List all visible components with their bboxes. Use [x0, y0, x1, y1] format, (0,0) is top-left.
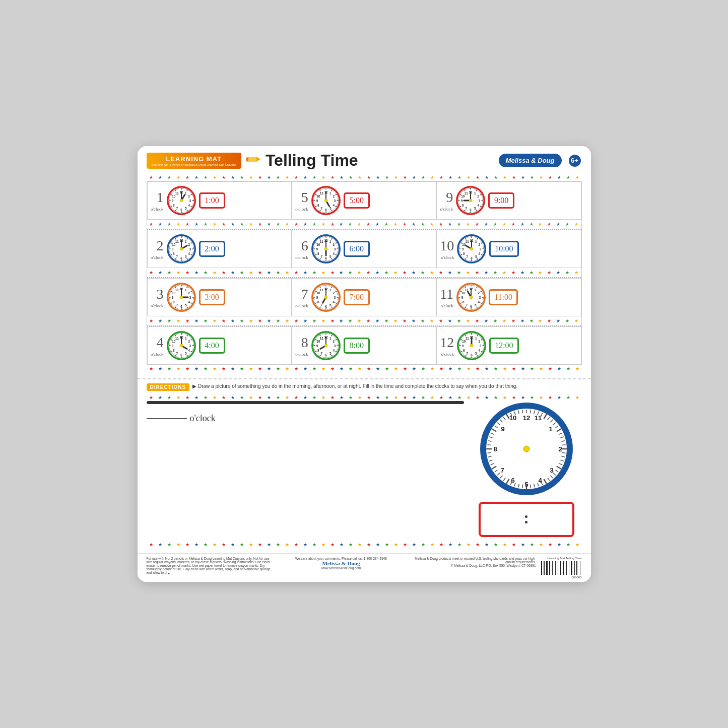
svg-text:1: 1: [329, 191, 332, 195]
cell-number-col: 11o'clock: [440, 286, 453, 308]
bottom-content: o'clock: [147, 401, 582, 537]
svg-text:2: 2: [188, 291, 190, 295]
svg-text:3: 3: [479, 296, 481, 299]
svg-text:10: 10: [462, 340, 466, 343]
svg-text:9: 9: [316, 199, 318, 203]
age-badge: 6+: [568, 154, 582, 168]
svg-line-185: [476, 212, 476, 212]
svg-text:3: 3: [334, 344, 336, 348]
svg-text:5: 5: [329, 303, 332, 307]
svg-text:4: 4: [478, 300, 480, 304]
header: LEARNING MAT Use with No. 2 Pencil or Me…: [147, 151, 582, 170]
svg-line-632: [482, 292, 483, 293]
svg-line-493: [186, 308, 186, 309]
header-right: Melissa & Doug 6+: [499, 154, 582, 168]
svg-text:4: 4: [188, 349, 190, 352]
clock-image: 123456789101112: [311, 331, 341, 360]
cell-number-col: 5o'clock: [295, 189, 308, 212]
svg-line-973: [487, 452, 491, 453]
svg-line-670: [459, 292, 460, 293]
svg-text:11: 11: [319, 191, 323, 195]
time-box: 2:00: [199, 241, 225, 257]
svg-text:10: 10: [461, 291, 466, 295]
svg-text:12: 12: [522, 414, 530, 422]
brand-name: Melissa & Doug: [506, 157, 555, 164]
svg-text:1: 1: [185, 288, 187, 292]
svg-text:1: 1: [475, 240, 477, 243]
svg-line-786: [337, 341, 337, 341]
right-col: 12 1 2 3 4 5 6 7 8 9 10 11: [471, 401, 582, 537]
big-time-box: [479, 502, 574, 537]
svg-point-849: [324, 344, 327, 347]
svg-text:2: 2: [333, 243, 335, 246]
svg-text:8: 8: [173, 204, 175, 207]
cell-number: 12: [440, 335, 454, 351]
svg-text:7: 7: [176, 352, 178, 355]
svg-text:1: 1: [329, 337, 332, 340]
time-box: 4:00: [199, 338, 225, 354]
svg-text:1: 1: [475, 337, 477, 340]
svg-text:8: 8: [173, 300, 175, 304]
svg-point-156: [324, 199, 327, 202]
svg-line-255: [192, 254, 192, 254]
svg-text:11: 11: [175, 288, 179, 292]
svg-line-958: [530, 485, 531, 488]
svg-line-24: [192, 206, 192, 206]
svg-text:5: 5: [185, 207, 187, 210]
svg-line-548: [330, 286, 331, 286]
svg-line-439: [460, 244, 460, 244]
svg-line-31: [186, 212, 186, 212]
svg-text:3: 3: [189, 344, 191, 348]
svg-line-362: [314, 244, 315, 244]
svg-text:2: 2: [478, 291, 480, 295]
colon-dot-bottom: [525, 521, 527, 523]
svg-text:6: 6: [325, 256, 327, 260]
svg-text:6: 6: [180, 353, 182, 357]
svg-line-486: [192, 302, 192, 303]
cell-number-col: 8o'clock: [295, 335, 308, 357]
pencil-arrow-icon: [246, 155, 260, 166]
svg-point-926: [470, 344, 473, 347]
svg-line-262: [186, 260, 186, 260]
svg-point-387: [324, 247, 327, 250]
cell-number-col: 10o'clock: [440, 238, 454, 260]
svg-line-655: [466, 308, 467, 309]
svg-line-317: [330, 237, 331, 238]
cell-number: 8: [297, 335, 308, 351]
colon-dot-top: [525, 515, 527, 518]
footer-care-text: We care about your comments. Please call…: [278, 557, 405, 560]
svg-text:9: 9: [171, 199, 173, 203]
svg-text:11: 11: [319, 240, 323, 243]
svg-line-354: [314, 254, 315, 254]
svg-text:8: 8: [462, 204, 464, 207]
svg-text:10: 10: [316, 243, 320, 246]
svg-text:2: 2: [333, 194, 335, 198]
svg-text:7: 7: [467, 255, 469, 258]
svg-text:4: 4: [478, 204, 480, 207]
time-box: 3:00: [199, 289, 225, 305]
time-box: 8:00: [344, 338, 370, 354]
svg-text:7: 7: [466, 303, 468, 307]
cell-number-col: 6o'clock: [295, 238, 308, 260]
svg-line-943: [562, 445, 565, 445]
barcode-number: 000000: [571, 576, 581, 579]
svg-text:3: 3: [479, 199, 481, 203]
svg-text:3: 3: [189, 296, 191, 299]
directions-bar: DIRECTIONS ▶ Draw a picture of something…: [147, 383, 582, 391]
svg-text:11: 11: [175, 191, 179, 195]
cell-number-col: 7o'clock: [295, 286, 308, 308]
svg-line-816: [314, 351, 315, 351]
footer-barcode-area: Learning Mat Telling Time 000000: [541, 557, 582, 579]
svg-line-339: [330, 260, 331, 260]
badge-sub-text: Use with No. 2 Pencil or Melissa & Doug …: [152, 163, 236, 166]
draw-box[interactable]: [147, 401, 464, 404]
svg-line-332: [337, 254, 337, 254]
svg-line-9: [186, 189, 186, 189]
svg-line-702: [186, 334, 186, 335]
svg-point-310: [180, 247, 183, 250]
cell-label: o'clock: [441, 303, 454, 308]
svg-text:10: 10: [316, 340, 320, 343]
svg-line-394: [477, 237, 477, 238]
svg-line-647: [476, 308, 477, 309]
clock-cell: 2o'clock1234567891011122:00: [147, 230, 292, 268]
